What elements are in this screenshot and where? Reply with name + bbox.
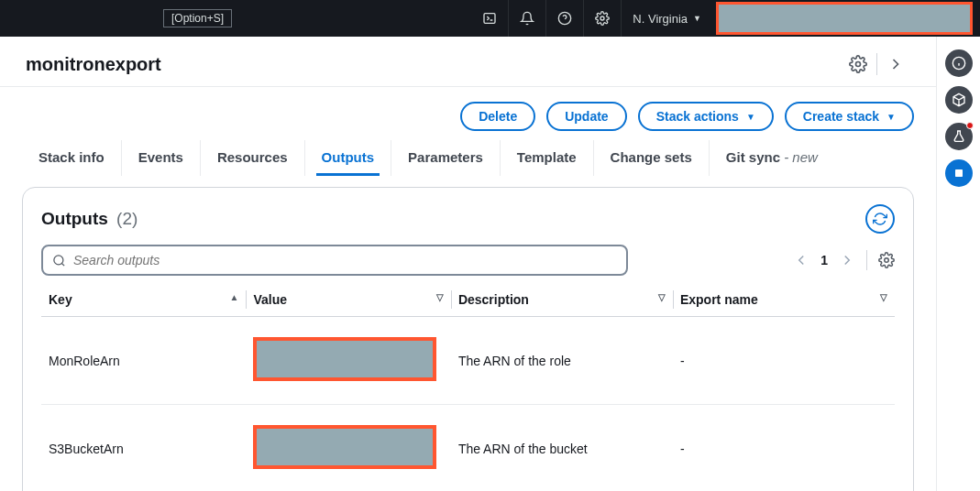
region-label: N. Virginia [633,12,688,26]
col-label: Export name [680,292,758,307]
search-input[interactable] [73,253,617,267]
new-badge: - new [784,149,818,165]
tab-events[interactable]: Events [122,140,201,176]
page-number: 1 [820,253,828,267]
page-prev-icon[interactable] [793,252,809,268]
col-value[interactable]: Value▽ [246,283,450,317]
chevron-right-icon[interactable] [886,55,905,73]
caret-down-icon: ▼ [886,112,896,122]
cell-key: S3BucketArn [41,405,246,492]
stack-settings-icon[interactable] [849,55,867,73]
cell-export-name: - [673,317,895,405]
col-description[interactable]: Description▽ [451,283,673,317]
button-label: Delete [479,109,517,124]
cloudshell-icon[interactable] [471,0,508,37]
sort-asc-icon: ▲ [230,292,239,302]
update-button[interactable]: Update [546,102,626,131]
tab-git-sync[interactable]: Git sync - new [710,140,834,176]
panel-title: Outputs (2) [41,209,138,229]
search-row: 1 [41,245,895,276]
stack-actions-bar: Delete Update Stack actions▼ Create stac… [0,87,936,140]
search-shortcut-hint: [Option+S] [163,9,232,27]
outputs-table: Key▲ Value▽ Description▽ Export name▽ Mo… [41,283,895,491]
col-key[interactable]: Key▲ [41,283,246,317]
create-stack-button[interactable]: Create stack▼ [785,102,914,131]
tab-outputs[interactable]: Outputs [305,140,392,176]
rail-info-icon[interactable] [945,49,973,77]
caret-down-icon: ▼ [693,14,701,23]
cell-value [246,405,450,492]
panel-header: Outputs (2) [41,204,895,234]
delete-button[interactable]: Delete [460,102,535,131]
table-settings-icon[interactable] [878,252,895,268]
stack-header: monitronexport [0,37,936,86]
svg-point-5 [856,62,861,67]
table-header-row: Key▲ Value▽ Description▽ Export name▽ [41,283,895,317]
col-label: Key [49,292,72,307]
svg-point-2 [600,16,604,20]
cell-description: The ARN of the role [451,317,673,405]
tab-change-sets[interactable]: Change sets [594,140,710,176]
stack-actions-button[interactable]: Stack actions▼ [638,102,774,131]
tabs-bar: Stack info Events Resources Outputs Para… [0,140,936,176]
caret-down-icon: ▼ [746,112,755,122]
page-next-icon[interactable] [839,252,855,268]
filter-icon: ▽ [880,292,887,302]
filter-icon: ▽ [436,292,444,302]
col-label: Description [458,292,529,307]
notifications-icon[interactable] [508,0,545,37]
cell-export-name: - [673,405,895,492]
refresh-button[interactable] [865,204,895,234]
button-label: Update [565,109,608,124]
filter-icon: ▽ [658,292,666,302]
global-nav: [Option+S] N. Virginia ▼ [0,0,980,37]
button-label: Create stack [803,109,879,124]
cell-key: MonRoleArn [41,317,246,405]
pagination: 1 [793,250,895,270]
settings-icon[interactable] [583,0,621,37]
count-text: (2) [116,209,138,228]
rail-beaker-icon[interactable] [945,123,973,150]
redaction-box [253,425,436,469]
account-redacted [712,0,973,37]
svg-point-6 [54,255,63,264]
search-icon [52,254,66,267]
cell-value [246,317,450,405]
help-icon[interactable] [545,0,583,37]
region-selector[interactable]: N. Virginia ▼ [621,0,712,37]
svg-rect-4 [955,169,963,177]
divider [876,53,877,75]
cell-description: The ARN of the bucket [451,405,673,492]
search-box[interactable] [41,245,628,276]
title-text: Outputs [41,209,108,228]
table-row: S3BucketArn The ARN of the bucket - [41,405,895,492]
content-area: monitronexport Delete Update Stack actio… [0,37,936,491]
redaction-box [253,337,436,381]
outputs-panel: Outputs (2) 1 Key [22,187,914,491]
redaction-box [716,2,973,35]
tab-stack-info[interactable]: Stack info [22,140,122,176]
tab-resources[interactable]: Resources [201,140,305,176]
tab-parameters[interactable]: Parameters [391,140,501,176]
col-label: Value [253,292,287,307]
tab-label: Git sync [726,149,780,165]
button-label: Stack actions [656,109,739,124]
right-rail [936,37,980,491]
stack-name: monitronexport [26,54,840,75]
col-export-name[interactable]: Export name▽ [673,283,895,317]
nav-right: N. Virginia ▼ [471,0,973,37]
svg-point-7 [885,258,889,263]
nav-left: [Option+S] [7,9,471,27]
table-row: MonRoleArn The ARN of the role - [41,317,895,405]
divider [866,250,867,270]
notification-dot [966,122,974,129]
rail-cube-icon[interactable] [945,86,973,114]
rail-app-icon[interactable] [945,159,973,187]
tab-template[interactable]: Template [501,140,594,176]
